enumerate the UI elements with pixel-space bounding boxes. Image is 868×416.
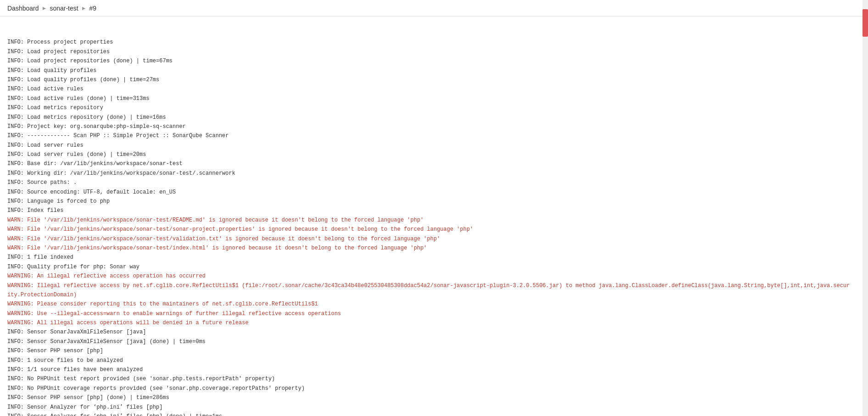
log-line: INFO: 1/1 source files have been analyze… [7,365,851,374]
log-line: INFO: Index files [7,206,851,215]
scrollbar-thumb[interactable] [862,9,868,37]
log-line: INFO: Load metrics repository [7,103,851,112]
log-line: WARNING: Illegal reflective access by ne… [7,281,851,300]
log-line: INFO: Base dir: /var/lib/jenkins/workspa… [7,159,851,168]
log-line: INFO: Load quality profiles (done) | tim… [7,75,851,84]
log-line: INFO: Process project properties [7,38,851,47]
log-line: INFO: Sensor Analyzer for ʻphp.iniʼ file… [7,412,851,416]
log-line: INFO: Load server rules [7,141,851,150]
log-line: INFO: 1 file indexed [7,253,851,262]
log-line: WARNING: All illegal access operations w… [7,318,851,327]
log-line: WARN: File '/var/lib/jenkins/workspace/s… [7,244,851,253]
log-line: INFO: Load project repositories (done) |… [7,56,851,66]
log-line: INFO: Load metrics repository (done) | t… [7,113,851,122]
log-line: INFO: Sensor SonarJavaXmlFileSensor [jav… [7,337,851,346]
log-container[interactable]: INFO: Process project propertiesINFO: Lo… [0,17,858,416]
log-line: WARN: File '/var/lib/jenkins/workspace/s… [7,216,851,225]
log-line: WARN: File '/var/lib/jenkins/workspace/s… [7,234,851,244]
log-line: INFO: Sensor PHP sensor [php] (done) | t… [7,393,851,402]
log-line: WARNING: An illegal reflective access op… [7,272,851,281]
log-line: INFO: No PHPUnit coverage reports provid… [7,384,851,393]
log-line: INFO: 1 source files to be analyzed [7,356,851,365]
log-line: INFO: No PHPUnit test report provided (s… [7,374,851,383]
log-line: INFO: Quality profile for php: Sonar way [7,262,851,272]
log-line: INFO: Sensor PHP sensor [php] [7,346,851,355]
log-line: INFO: Load project repositories [7,47,851,56]
log-line: INFO: Sensor SonarJavaXmlFileSensor [jav… [7,327,851,337]
breadcrumb-project[interactable]: sonar-test [50,5,78,12]
log-line: INFO: ------------- Scan PHP :: Simple P… [7,131,851,140]
log-line: WARNING: Use --illegal-access=warn to en… [7,309,851,318]
content-area: INFO: Process project propertiesINFO: Lo… [0,17,868,416]
log-line: INFO: Load active rules (done) | time=31… [7,94,851,103]
log-line: INFO: Load server rules (done) | time=20… [7,150,851,159]
log-line: INFO: Source encoding: UTF-8, default lo… [7,188,851,197]
log-line: INFO: Sensor Analyzer for ʻphp.iniʼ file… [7,403,851,412]
log-line: INFO: Project key: org.sonarqube:php-sim… [7,122,851,131]
log-line: WARN: File '/var/lib/jenkins/workspace/s… [7,225,851,234]
log-line: INFO: Load quality profiles [7,66,851,75]
log-line: INFO: Working dir: /var/lib/jenkins/work… [7,169,851,178]
header: Dashboard ► sonar-test ► #9 [0,0,868,17]
breadcrumb: Dashboard ► sonar-test ► #9 [7,5,96,12]
log-line: INFO: Source paths: . [7,178,851,187]
breadcrumb-build: #9 [89,5,97,12]
breadcrumb-dashboard[interactable]: Dashboard [7,5,39,12]
breadcrumb-sep1: ► [42,5,47,11]
log-line: INFO: Load active rules [7,84,851,94]
log-line: INFO: Language is forced to php [7,197,851,206]
breadcrumb-sep2: ► [81,5,87,11]
log-line: WARNING: Please consider reporting this … [7,300,851,309]
scrollbar-track[interactable] [862,0,868,416]
